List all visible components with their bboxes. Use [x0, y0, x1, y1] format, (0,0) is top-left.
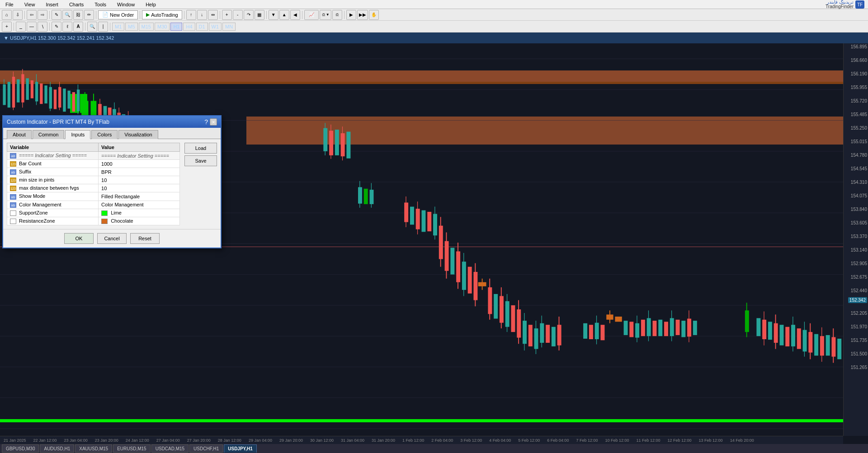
toolbar-zoom[interactable]: 🔍 [87, 22, 97, 32]
menu-insert[interactable]: Insert [44, 1, 60, 8]
tab-colors[interactable]: Colors [91, 130, 118, 139]
resistance-color-swatch[interactable] [101, 219, 108, 224]
support-color-swatch[interactable] [101, 210, 108, 216]
toolbar-btn-fit[interactable]: ↷ [244, 10, 254, 20]
tf-mn[interactable]: MN [222, 23, 236, 31]
cell-var-barcount: 123 Bar Count [7, 160, 99, 168]
svg-rect-122 [629, 322, 633, 337]
menu-window[interactable]: Window [115, 1, 137, 8]
price-153370: 153.370 [851, 234, 867, 239]
time-7: 27 Jan 20:00 [184, 438, 214, 443]
tab-audusd-h1[interactable]: AUDUSD,H1 [40, 444, 74, 453]
toolbar-btn-16[interactable]: ▶ [346, 10, 356, 20]
tf-h4[interactable]: H4 [183, 23, 195, 31]
svg-rect-107 [540, 323, 544, 343]
tf-h1[interactable]: H1 [170, 23, 182, 31]
toolbar-btn-12[interactable]: ▲ [279, 10, 289, 20]
toolbar-btn-4[interactable]: 🔍 [62, 10, 72, 20]
tab-usdcad-m15[interactable]: USDCAD,M15 [151, 444, 189, 453]
svg-rect-158 [826, 335, 830, 355]
toolbar-tline[interactable]: ∖ [38, 22, 47, 32]
menu-file[interactable]: File [4, 1, 15, 8]
toolbar-hline[interactable]: ― [27, 22, 37, 32]
toolbar-btn-2[interactable]: ⇩ [13, 10, 23, 20]
tf-m15[interactable]: M15 [139, 23, 154, 31]
tab-about[interactable]: About [7, 130, 32, 139]
table-row: 123 max distance between fvgs 10 [7, 184, 180, 192]
save-button[interactable]: Save [184, 155, 217, 166]
dialog-help-button[interactable]: ? [204, 118, 208, 126]
load-button[interactable]: Load [184, 143, 217, 154]
toolbar-btn-zoomin[interactable]: + [222, 10, 232, 20]
cancel-button[interactable]: Cancel [97, 233, 127, 244]
time-6: 27 Jan 04:00 [153, 438, 184, 443]
svg-rect-15 [8, 82, 10, 107]
icon-ab-section: ab [10, 153, 16, 159]
toolbar-period-sep[interactable]: | [98, 22, 108, 32]
time-1: 21 Jan 2025 [0, 438, 30, 443]
time-17: 4 Feb 04:00 [486, 438, 514, 443]
toolbar-btn-6[interactable]: ✏ [84, 10, 94, 20]
menu-bar: File View Insert Charts Tools Window Hel… [0, 0, 868, 9]
toolbar-btn-10[interactable]: ▦ [255, 10, 264, 20]
toolbar-cross[interactable]: + [2, 22, 12, 32]
reset-button[interactable]: Reset [130, 233, 160, 244]
new-order-label: New Order [110, 12, 134, 18]
tab-eurusd-m15[interactable]: EURUSD,M15 [113, 444, 150, 453]
symbol-info: ▼ USDJPY,H1 152.300 152.342 152.241 152.… [4, 35, 114, 41]
logo-english: TradingFinder [826, 5, 854, 9]
tab-usdjpy-h1[interactable]: USDJPY,H1 [224, 444, 256, 453]
toolbar-btn-9[interactable]: ⇔ [208, 10, 218, 20]
toolbar-btn-zoomout[interactable]: - [233, 10, 243, 20]
svg-rect-161 [837, 339, 841, 359]
price-154075: 154.075 [851, 193, 867, 198]
price-153840: 153.840 [851, 207, 867, 212]
dialog-close-button[interactable]: ✕ [210, 118, 217, 126]
svg-rect-16 [12, 77, 15, 107]
toolbar-btn-fwd[interactable]: ⇨ [38, 10, 47, 20]
toolbar-btn-14[interactable]: ⛭▼ [320, 10, 331, 20]
tab-gbpusd-m30[interactable]: GBPUSD,M30 [2, 444, 39, 453]
tab-usdchf-h1[interactable]: USDCHF,H1 [189, 444, 223, 453]
svg-rect-60 [335, 130, 339, 155]
toolbar-btn-11[interactable]: ▼ [269, 10, 278, 20]
new-order-button[interactable]: 📄 New Order [98, 10, 138, 19]
toolbar-text[interactable]: A [73, 22, 83, 32]
autotrading-button[interactable]: ▶ AutoTrading [142, 10, 182, 19]
toolbar-pencil[interactable]: ✎ [52, 22, 61, 32]
toolbar-btn-1[interactable]: ⌂ [2, 10, 12, 20]
toolbar-btn-3[interactable]: ✎ [52, 10, 61, 20]
tab-visualization[interactable]: Visualization [118, 130, 158, 139]
tf-m30[interactable]: M30 [155, 23, 170, 31]
ok-button[interactable]: OK [64, 233, 94, 244]
tf-m5[interactable]: M5 [125, 23, 137, 31]
toolbar-btn-8[interactable]: ↓ [197, 10, 207, 20]
toolbar-btn-indicators[interactable]: 📈 [304, 10, 319, 20]
toolbar-btn-5[interactable]: ⛓ [73, 10, 83, 20]
toolbar-btn-13[interactable]: ◀ [290, 10, 300, 20]
toolbar-fib[interactable]: ℓ [62, 22, 72, 32]
tab-inputs[interactable]: Inputs [65, 130, 90, 139]
new-order-icon: 📄 [102, 12, 108, 18]
toolbar-btn-17[interactable]: ▶▶ [357, 10, 368, 20]
custom-indicator-dialog[interactable]: Custom Indicator - BPR ICT MT4 By TFlab … [2, 115, 222, 248]
tab-xauusd-m15[interactable]: XAUUSD,M15 [75, 444, 112, 453]
toolbar-line[interactable]: ⎯ [16, 22, 26, 32]
menu-help[interactable]: Help [144, 1, 158, 8]
toolbar-btn-15[interactable]: ⛭ [332, 10, 342, 20]
toolbar-btn-7[interactable]: ↑ [186, 10, 196, 20]
tf-w1[interactable]: W1 [209, 23, 222, 31]
price-151265: 151.265 [851, 365, 867, 370]
svg-rect-104 [528, 325, 533, 346]
price-154310: 154.310 [851, 180, 867, 185]
menu-view[interactable]: View [23, 1, 37, 8]
toolbar-btn-18[interactable]: ✋ [369, 10, 379, 20]
tf-m1[interactable]: M1 [112, 23, 124, 31]
tab-common[interactable]: Common [33, 130, 65, 139]
toolbar-btn-back[interactable]: ⇦ [27, 10, 37, 20]
svg-rect-75 [427, 212, 431, 231]
menu-charts[interactable]: Charts [67, 1, 85, 8]
menu-tools[interactable]: Tools [93, 1, 108, 8]
tf-d1[interactable]: D1 [196, 23, 208, 31]
time-axis: 21 Jan 2025 22 Jan 12:00 23 Jan 04:00 23… [0, 436, 843, 444]
